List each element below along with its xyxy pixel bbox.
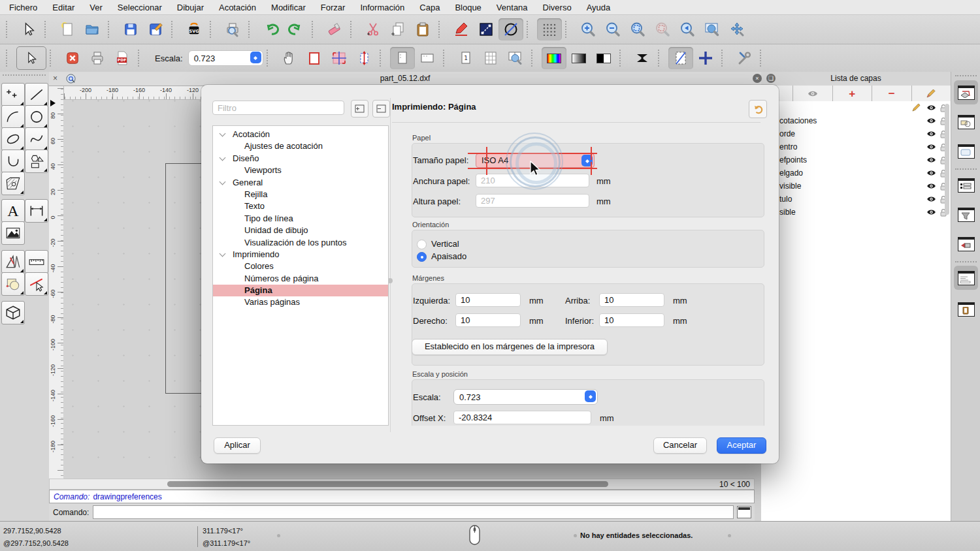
arc-tools-button[interactable] bbox=[1, 105, 25, 129]
tree-item[interactable]: Varias páginas bbox=[213, 296, 388, 308]
zoom-page-button[interactable] bbox=[503, 47, 528, 69]
tree-item[interactable]: Imprimiendo bbox=[213, 249, 388, 260]
reset-defaults-button[interactable] bbox=[749, 100, 767, 118]
ellipse-tools-button[interactable] bbox=[1, 127, 25, 151]
radio-vertical[interactable] bbox=[417, 240, 427, 249]
printer-margins-button[interactable]: Establecido en los márgenes de la impres… bbox=[412, 339, 608, 355]
selection-pointer-button-2[interactable] bbox=[16, 46, 46, 70]
cut-button[interactable] bbox=[361, 18, 385, 40]
layer-row[interactable]: orde bbox=[761, 127, 951, 140]
save-button[interactable] bbox=[118, 18, 143, 40]
fit-vertical-button[interactable] bbox=[351, 47, 376, 69]
page-diagonal-button[interactable] bbox=[668, 47, 693, 69]
layer-row[interactable] bbox=[761, 101, 951, 114]
remove-layer-button[interactable]: − bbox=[872, 86, 912, 101]
apply-button[interactable]: Aplicar bbox=[214, 437, 261, 454]
ok-button[interactable]: Aceptar bbox=[717, 437, 766, 454]
add-layer-button[interactable]: + bbox=[833, 86, 873, 101]
layer-panel-title[interactable]: Lista de capas bbox=[761, 72, 951, 86]
polyline-tools-button[interactable] bbox=[1, 150, 25, 173]
menu-bloque[interactable]: Bloque bbox=[455, 3, 481, 12]
print-button[interactable] bbox=[85, 47, 110, 69]
layer-list-panel-button[interactable] bbox=[954, 80, 978, 104]
toolbar-handle[interactable] bbox=[6, 50, 13, 67]
measure-tools-button[interactable] bbox=[25, 250, 48, 274]
zoom-window-button[interactable] bbox=[700, 18, 725, 40]
shape-tools-button[interactable] bbox=[25, 150, 48, 173]
menu-ayuda[interactable]: Ayuda bbox=[587, 3, 611, 12]
tree-item[interactable]: Rejilla bbox=[213, 189, 388, 200]
chevron-down-icon[interactable] bbox=[220, 131, 226, 137]
hatch-tools-button[interactable] bbox=[1, 172, 25, 195]
menu-modificar[interactable]: Modificar bbox=[271, 3, 306, 12]
menu-forzar[interactable]: Forzar bbox=[321, 3, 346, 12]
multi-page-crossed-button[interactable] bbox=[327, 47, 351, 69]
stepper-icon[interactable] bbox=[585, 390, 596, 402]
save-as-button[interactable] bbox=[143, 18, 168, 40]
pan-button[interactable] bbox=[725, 18, 749, 40]
panel-close-icon[interactable]: × bbox=[753, 74, 762, 83]
undo-button[interactable] bbox=[259, 18, 284, 40]
block-list-panel-button[interactable] bbox=[954, 110, 978, 134]
clipboard-panel-button[interactable] bbox=[954, 297, 978, 321]
menu-diverso[interactable]: Diverso bbox=[543, 3, 572, 12]
crosshair-plus-button[interactable] bbox=[693, 47, 718, 69]
cancel-button[interactable]: Cancelar bbox=[653, 437, 707, 454]
collapse-all-button[interactable] bbox=[372, 100, 390, 118]
pan-hand-button[interactable] bbox=[277, 47, 302, 69]
menu-dibujar[interactable]: Dibujar bbox=[177, 3, 204, 12]
eye-icon[interactable] bbox=[926, 104, 936, 111]
toggle-visibility-button[interactable] bbox=[793, 86, 833, 101]
layer-list-scrollbar[interactable] bbox=[945, 104, 949, 215]
menu-seleccionar[interactable]: Seleccionar bbox=[118, 3, 162, 12]
menu-informacion[interactable]: Información bbox=[360, 3, 404, 12]
eye-icon[interactable] bbox=[926, 209, 936, 215]
command-input[interactable] bbox=[93, 505, 734, 519]
zoom-auto-button[interactable] bbox=[625, 18, 650, 40]
scale-combo[interactable]: 0.723 bbox=[188, 50, 263, 66]
zoom-out-button[interactable] bbox=[600, 18, 625, 40]
snap-tools-button[interactable] bbox=[25, 272, 48, 296]
eye-icon[interactable] bbox=[926, 157, 936, 163]
margin-right-field[interactable]: 10 bbox=[455, 313, 521, 327]
full-color-button[interactable] bbox=[542, 47, 566, 69]
tree-item[interactable]: Visualización de los puntos bbox=[213, 237, 388, 249]
tree-item[interactable]: Números de página bbox=[213, 273, 388, 285]
tree-item[interactable]: Texto bbox=[213, 200, 388, 212]
expand-all-button[interactable] bbox=[351, 100, 368, 118]
tree-item[interactable]: Unidad de dibujo bbox=[213, 225, 388, 236]
filter-input[interactable] bbox=[212, 101, 344, 115]
tree-item[interactable]: Colores bbox=[213, 260, 388, 272]
drawing-preferences-button[interactable] bbox=[449, 18, 474, 40]
paper-height-field[interactable]: 297 bbox=[476, 194, 589, 208]
eye-icon[interactable] bbox=[926, 118, 936, 124]
selection-filter-panel-button[interactable] bbox=[954, 202, 978, 227]
margin-bottom-field[interactable]: 10 bbox=[599, 313, 664, 327]
chevron-down-icon[interactable] bbox=[220, 154, 226, 161]
print-preview-button[interactable] bbox=[220, 18, 245, 40]
property-list-panel-button[interactable] bbox=[954, 173, 978, 197]
settings-tools-button[interactable] bbox=[732, 47, 757, 69]
chevron-down-icon[interactable] bbox=[220, 250, 226, 257]
eye-icon[interactable] bbox=[926, 170, 936, 176]
layer-row[interactable]: elgado bbox=[761, 166, 951, 180]
tree-item[interactable]: Ajustes de acotación bbox=[213, 140, 388, 152]
drafting-tools-button[interactable] bbox=[1, 250, 25, 274]
solid-tools-button[interactable] bbox=[1, 301, 25, 324]
close-print-preview-button[interactable] bbox=[60, 47, 85, 69]
eraser-button[interactable] bbox=[322, 18, 347, 40]
toolbar-handle[interactable] bbox=[6, 21, 13, 38]
point-tools-button[interactable] bbox=[1, 83, 25, 106]
tree-item[interactable]: Viewports bbox=[213, 165, 388, 176]
dimension-tools-button[interactable] bbox=[25, 199, 48, 223]
offset-x-field[interactable]: -20.8324 bbox=[453, 411, 591, 424]
tree-item[interactable]: General bbox=[213, 177, 388, 189]
horizontal-scrollbar[interactable]: 10 < 100 bbox=[49, 479, 755, 490]
command-window-icon[interactable] bbox=[737, 506, 751, 518]
grayscale-button[interactable] bbox=[566, 47, 591, 69]
grid-toggle-button[interactable] bbox=[537, 18, 562, 40]
open-document-button[interactable] bbox=[80, 18, 105, 40]
view-list-panel-button[interactable] bbox=[954, 139, 978, 163]
layer-row[interactable]: efpoints bbox=[761, 153, 951, 166]
eye-icon[interactable] bbox=[926, 131, 936, 137]
